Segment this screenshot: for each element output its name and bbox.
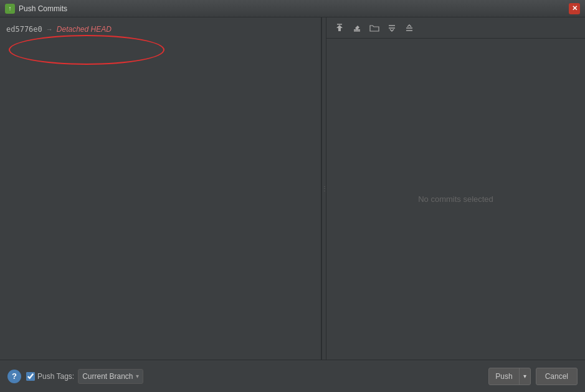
svg-marker-0: [336, 25, 343, 31]
window-icon: ↑: [5, 4, 15, 14]
push-tags-checkbox[interactable]: [26, 372, 35, 381]
folder-icon: [369, 24, 379, 32]
left-panel: ed5776e0 → Detached HEAD: [0, 17, 321, 360]
push-dropdown-arrow-icon[interactable]: ▾: [520, 368, 530, 385]
bottom-bar: ? Push Tags: Current Branch ▾ Push ▾ Can…: [0, 360, 585, 392]
chevron-down-icon: ▾: [136, 373, 139, 380]
right-toolbar: [326, 17, 585, 39]
push-tags-label[interactable]: Push Tags:: [37, 372, 74, 381]
no-commits-message: No commits selected: [326, 39, 585, 360]
push-button[interactable]: Push ▾: [488, 368, 530, 385]
commit-arrow: →: [46, 26, 53, 33]
help-button[interactable]: ?: [7, 370, 21, 383]
branch-dropdown[interactable]: Current Branch ▾: [78, 369, 143, 384]
commit-hash: ed5776e0: [6, 25, 42, 34]
push-button-label: Push: [489, 368, 519, 385]
svg-rect-3: [354, 31, 360, 32]
branch-dropdown-value: Current Branch: [82, 372, 133, 381]
push-tags-section: Push Tags: Current Branch ▾: [26, 369, 143, 384]
edit-icon: [353, 24, 361, 32]
fetch-icon: [335, 24, 344, 32]
bottom-right: Push ▾ Cancel: [488, 368, 578, 385]
right-panel: No commits selected: [326, 17, 585, 360]
panel-splitter[interactable]: ⋮: [321, 17, 326, 360]
close-button[interactable]: ✕: [569, 3, 580, 14]
main-container: ed5776e0 → Detached HEAD ⋮: [0, 17, 585, 392]
content-area: ed5776e0 → Detached HEAD ⋮: [0, 17, 585, 360]
edit-button[interactable]: [349, 20, 365, 36]
commit-branch-label: Detached HEAD: [57, 25, 112, 34]
expand-all-button[interactable]: [401, 20, 417, 36]
red-oval-annotation: [9, 35, 164, 65]
title-bar: ↑ Push Commits ✕: [0, 0, 585, 17]
expand-icon: [405, 24, 414, 32]
collapse-icon: [388, 24, 396, 32]
fetch-button[interactable]: [331, 20, 348, 36]
collapse-all-button[interactable]: [384, 20, 400, 36]
bottom-left: ? Push Tags: Current Branch ▾: [7, 369, 143, 384]
window-title: Push Commits: [19, 4, 569, 13]
commit-entry[interactable]: ed5776e0 → Detached HEAD: [5, 22, 316, 36]
cancel-button[interactable]: Cancel: [536, 368, 578, 385]
push-tags-checkbox-wrapper[interactable]: Push Tags:: [26, 372, 74, 381]
folder-button[interactable]: [366, 20, 383, 36]
